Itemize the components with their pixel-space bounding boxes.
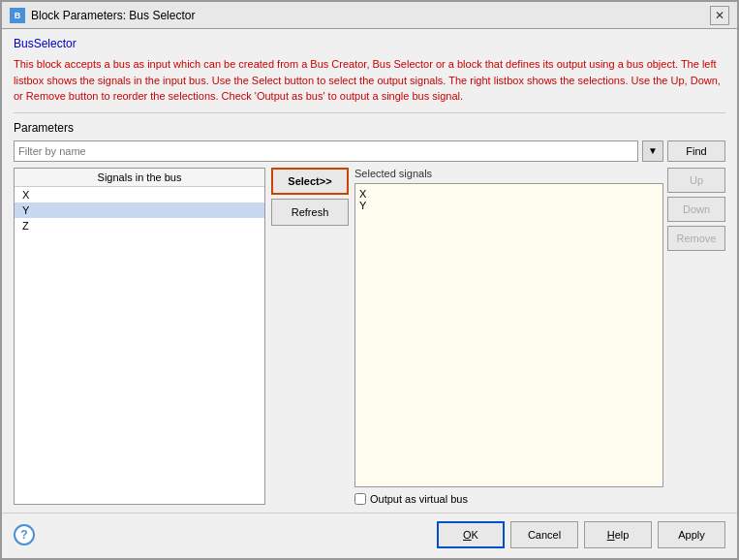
apply-button[interactable]: Apply [658,521,725,548]
description-text: This block accepts a bus as input which … [14,56,725,113]
params-label: Parameters [14,121,725,135]
middle-panel: Select>> Refresh [271,168,349,506]
bottom-bar: ? OK Cancel Help Apply [2,513,737,558]
help-button[interactable]: Help [584,521,652,548]
main-window: B Block Parameters: Bus Selector ✕ BusSe… [0,0,739,560]
side-buttons: Up Down Remove [667,168,725,506]
filter-dropdown-button[interactable]: ▼ [642,140,663,162]
right-section: Selected signals X Y Output as virtual b… [354,168,725,506]
list-item[interactable]: Y [359,200,659,211]
content-area: BusSelector This block accepts a bus as … [2,29,737,513]
cancel-button[interactable]: Cancel [510,521,578,548]
bottom-right-buttons: OK Cancel Help Apply [437,521,725,548]
select-button[interactable]: Select>> [271,168,349,195]
ok-button[interactable]: OK [437,521,505,548]
title-bar-left: B Block Parameters: Bus Selector [10,8,195,23]
title-bar: B Block Parameters: Bus Selector ✕ [2,2,737,29]
find-button[interactable]: Find [667,140,725,162]
list-item[interactable]: Z [15,218,264,233]
list-item[interactable]: X [359,188,659,200]
filter-row: ▼ Find [14,140,725,162]
output-as-virtual-bus-checkbox[interactable] [354,493,366,505]
list-item[interactable]: Y [15,202,264,218]
remove-button[interactable]: Remove [667,226,725,251]
selected-signals-label: Selected signals [354,168,663,179]
main-area: Signals in the bus X Y Z Select>> Refres… [14,168,725,506]
help-label: Help [607,529,630,541]
right-panel: Selected signals X Y Output as virtual b… [354,168,663,506]
window-title: Block Parameters: Bus Selector [31,9,195,22]
output-as-virtual-bus-label[interactable]: Output as virtual bus [354,493,468,505]
refresh-button[interactable]: Refresh [271,199,349,226]
ok-label: OK [463,529,478,541]
selected-signals-box: X Y [354,183,663,488]
down-button[interactable]: Down [667,197,725,222]
block-name: BusSelector [14,37,725,50]
help-icon[interactable]: ? [14,524,35,545]
left-panel: Signals in the bus X Y Z [14,168,265,506]
filter-input[interactable] [14,140,638,162]
signals-box: Signals in the bus X Y Z [14,168,265,506]
signals-header: Signals in the bus [15,169,264,187]
window-icon: B [10,8,25,23]
output-virtual-row: Output as virtual bus [354,493,663,505]
close-button[interactable]: ✕ [710,6,729,25]
up-button[interactable]: Up [667,168,725,193]
list-item[interactable]: X [15,187,264,202]
